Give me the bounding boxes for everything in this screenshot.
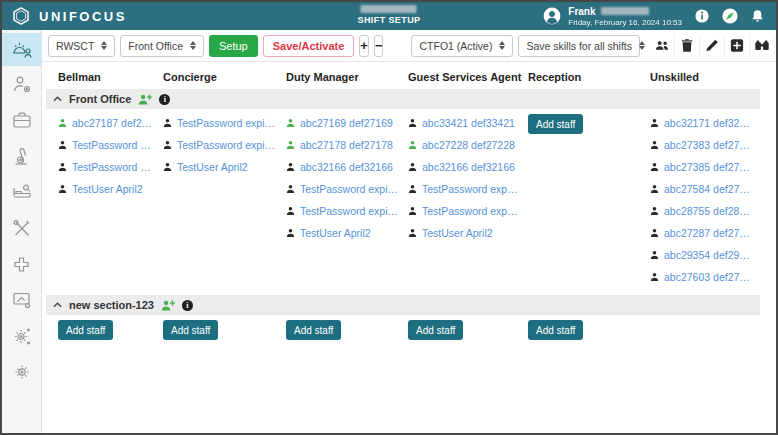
staff-name-link[interactable]: abc32166 def32166 [300, 161, 393, 173]
sidebar-item-room-inspection[interactable] [2, 174, 41, 210]
staff-name-link[interactable]: TestUser April2 [177, 161, 248, 173]
person-icon [408, 162, 417, 172]
staff-name-link[interactable]: TestPassword expiry... [422, 183, 520, 195]
staff-entry: abc29354 def29354 [650, 244, 752, 266]
staff-name-link[interactable]: TestUser April2 [300, 227, 371, 239]
add-person-icon[interactable] [161, 300, 175, 311]
staff-name-link[interactable]: abc27385 def27385 [664, 161, 752, 173]
add-users-button[interactable] [649, 35, 674, 57]
staff-name-link[interactable]: abc27169 def27169 [300, 117, 393, 129]
staff-entry: TestUser April2 [286, 222, 400, 244]
department-select[interactable]: Front Office [120, 35, 204, 57]
sidebar-item-toolbox[interactable] [2, 102, 41, 138]
redacted-user-lastname [601, 7, 649, 15]
person-icon [163, 118, 172, 128]
staff-name-link[interactable]: abc32171 def32171 [664, 117, 752, 129]
staff-name-link[interactable]: abc27228 def27228 [422, 139, 515, 151]
column-header-bellman: Bellman [58, 71, 163, 83]
staff-name-link[interactable]: TestPassword expiry... [72, 139, 155, 151]
avatar[interactable] [543, 7, 561, 25]
staff-entry: TestPassword expiry... [163, 134, 278, 156]
person-icon [286, 140, 295, 150]
staff-name-link[interactable]: TestPassword expiry... [300, 205, 400, 217]
person-icon [408, 228, 417, 238]
staff-name-link[interactable]: abc29354 def29354 [664, 249, 752, 261]
add-staff-button[interactable]: Add staff [58, 320, 113, 340]
info-icon[interactable] [695, 9, 709, 23]
staff-name-link[interactable]: TestUser April2 [72, 183, 143, 195]
section-info-icon[interactable]: i [182, 300, 193, 311]
add-staff-button[interactable]: Add staff [163, 320, 218, 340]
staff-name-link[interactable]: abc27603 def27603 [664, 271, 752, 283]
setup-button[interactable]: Setup [209, 35, 258, 57]
staff-entry: abc27187 def27187 [58, 112, 155, 134]
sidebar-item-employee-settings[interactable] [2, 66, 41, 102]
tools-icon [12, 219, 32, 237]
person-icon [650, 250, 659, 260]
staff-name-link[interactable]: abc28755 def28755 [664, 205, 752, 217]
section-info-icon[interactable]: i [159, 94, 170, 105]
add-shift-button[interactable]: + [359, 35, 369, 57]
add-person-icon[interactable] [138, 94, 152, 105]
select-arrows-icon [190, 41, 196, 50]
add-staff-button[interactable]: Add staff [286, 320, 341, 340]
staff-cell [650, 318, 760, 340]
staff-name-link[interactable]: TestPassword expiry... [300, 183, 400, 195]
section-bar-new-section-123: new section-123i [46, 295, 760, 315]
staff-name-link[interactable]: abc27383 def27383 [664, 139, 752, 151]
person-icon [650, 140, 659, 150]
sidebar-item-maintenance[interactable] [2, 210, 41, 246]
sidebar-item-settings-advanced[interactable] [2, 318, 41, 354]
note-button[interactable] [774, 35, 778, 57]
shift-select[interactable]: CTFO1 (Active) [411, 35, 513, 57]
person-icon [408, 184, 417, 194]
collapse-caret-icon[interactable] [53, 96, 62, 102]
person-icon [650, 206, 659, 216]
staff-name-link[interactable]: TestPassword expiry... [422, 205, 520, 217]
sidebar-item-settings[interactable] [2, 354, 41, 390]
property-select[interactable]: RWSCT [48, 35, 115, 57]
add-staff-button[interactable]: Add staff [528, 114, 583, 134]
staff-name-link[interactable]: TestUser April2 [422, 227, 493, 239]
pencil-icon [705, 39, 719, 52]
staff-entry: abc27603 def27603 [650, 266, 752, 288]
sidebar-item-add[interactable] [2, 246, 41, 282]
skills-select[interactable]: Save skills for all shifts [518, 35, 640, 57]
staff-name-link[interactable]: TestPassword expiry... [177, 117, 278, 129]
person-icon [58, 184, 67, 194]
staff-name-link[interactable]: abc32166 def32166 [422, 161, 515, 173]
staff-name-link[interactable]: abc27584 def27584 [664, 183, 752, 195]
column-header-duty-manager: Duty Manager [286, 71, 408, 83]
remove-shift-button[interactable]: − [374, 35, 384, 57]
person-icon [286, 118, 295, 128]
column-header-row: BellmanConciergeDuty ManagerGuest Servic… [58, 62, 760, 86]
trash-button[interactable] [674, 35, 699, 57]
staff-name-link[interactable]: abc33421 def33421 [422, 117, 515, 129]
sunrise-person-icon [12, 41, 32, 59]
staff-name-link[interactable]: TestPassword expiry... [72, 161, 155, 173]
sidebar-item-reports[interactable] [2, 282, 41, 318]
staff-name-link[interactable]: TestPassword expiry... [177, 139, 278, 151]
staff-entry: TestPassword expiry... [286, 178, 400, 200]
person-icon [650, 184, 659, 194]
add-staff-button[interactable]: Add staff [408, 320, 463, 340]
bell-icon[interactable] [751, 9, 764, 23]
staff-name-link[interactable]: abc27187 def27187 [72, 117, 155, 129]
compass-icon[interactable] [722, 8, 738, 24]
staff-name-link[interactable]: abc27287 def27287 [664, 227, 752, 239]
user-info[interactable]: Frank Friday, February 16, 2024 10:53 [543, 6, 682, 27]
person-icon [163, 162, 172, 172]
staff-name-link[interactable]: abc27178 def27178 [300, 139, 393, 151]
collapse-caret-icon[interactable] [53, 302, 62, 308]
add-box-icon [730, 39, 744, 52]
section-grid-new-section-123: Add staffAdd staffAdd staffAdd staffAdd … [58, 315, 760, 350]
sidebar-item-shift-planning[interactable] [2, 33, 41, 66]
binoculars-button[interactable] [749, 35, 774, 57]
add-staff-button[interactable]: Add staff [528, 320, 583, 340]
save-activate-button[interactable]: Save/Activate [263, 35, 355, 57]
pencil-button[interactable] [699, 35, 724, 57]
staff-cell: Add staff [408, 318, 528, 340]
section-grid-front-office: abc27187 def27187TestPassword expiry...T… [58, 109, 760, 292]
sidebar-item-housekeeping[interactable] [2, 138, 41, 174]
add-box-button[interactable] [724, 35, 749, 57]
